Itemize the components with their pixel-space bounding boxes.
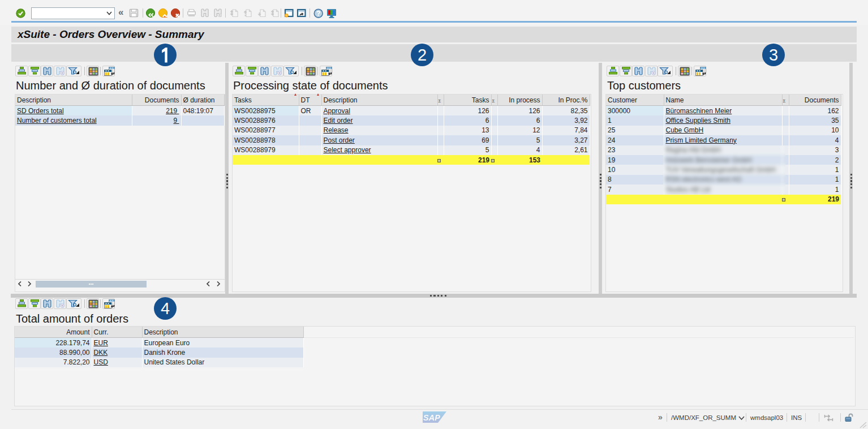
- svg-text:SAP: SAP: [423, 413, 440, 422]
- svg-text:?: ?: [316, 10, 320, 18]
